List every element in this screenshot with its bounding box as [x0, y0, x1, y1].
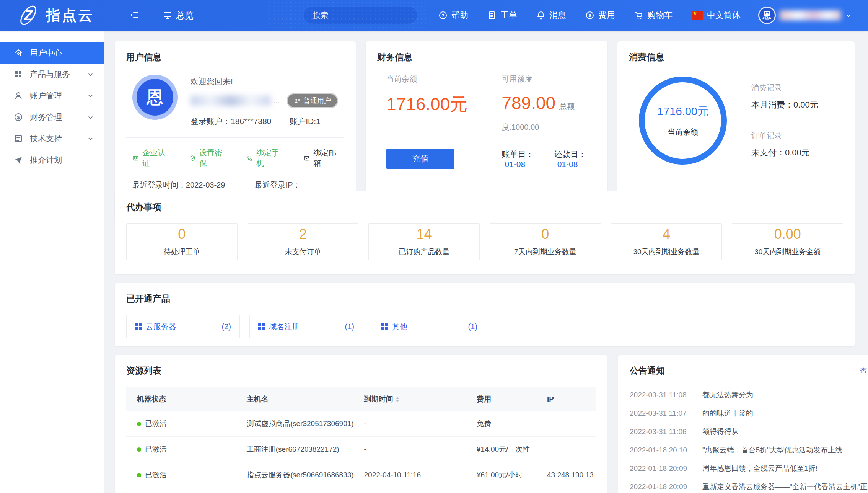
sidebar-item-products-services[interactable]: 产品与服务: [0, 64, 104, 85]
account-id: 账户ID:1: [290, 116, 321, 127]
user-badge-icon: [294, 98, 300, 104]
sidebar-item-label: 技术支持: [30, 133, 62, 144]
menu-work-order-label: 工单: [500, 10, 517, 21]
announcements-title: 公告通知: [630, 365, 665, 377]
menu-fees[interactable]: $ 费用: [585, 10, 615, 21]
recharge-button[interactable]: 充值: [386, 149, 454, 169]
user-type-badge: 普通用户: [287, 93, 338, 108]
product-cloud-server[interactable]: 云服务器(2): [126, 315, 240, 338]
avatar: 恩: [758, 7, 776, 24]
announcement-item[interactable]: 2022-03-31 11:06额得得得从: [630, 423, 868, 441]
todo-ordered-products[interactable]: 14已订购产品数量: [368, 223, 480, 260]
search-input[interactable]: [313, 11, 414, 20]
chevron-down-icon: [845, 11, 853, 20]
badge-security-question[interactable]: 设置密保: [189, 148, 224, 168]
sidebar-item-user-center[interactable]: 用户中心: [0, 42, 104, 64]
column-machine-status: 机器状态: [126, 387, 244, 411]
menu-help[interactable]: ? 帮助: [438, 10, 468, 21]
top-menu: ? 帮助 工单 消息 $ 费用 购物车 中文简体: [438, 10, 741, 21]
search-box[interactable]: [304, 7, 417, 24]
column-expire-time[interactable]: 到期时间: [361, 387, 474, 411]
menu-work-order[interactable]: 工单: [487, 10, 517, 21]
chevron-down-icon: [86, 70, 94, 78]
todo-unpaid-orders[interactable]: 2未支付订单: [248, 223, 359, 260]
todo-expire-30days-amount[interactable]: 0.0030天内到期业务金额: [732, 223, 843, 260]
grid-icon: [135, 323, 142, 330]
dollar-icon: $: [585, 11, 594, 20]
table-row[interactable]: 已激活 指点云服务器(ser202179820381) 2023-03-24 1…: [126, 488, 596, 493]
product-other[interactable]: 其他(1): [373, 315, 486, 338]
announcement-item[interactable]: 2022-01-18 20:09重新定义香港云服务器——"全新一代香港云主机"正…: [630, 478, 868, 493]
view-more-link[interactable]: 查看更多: [860, 366, 868, 376]
grid-icon: [381, 323, 388, 330]
sidebar-item-account-management[interactable]: 账户管理: [0, 85, 104, 106]
chevron-down-icon: [86, 135, 94, 143]
logo-text: 指点云: [46, 6, 94, 25]
badge-enterprise-verify[interactable]: 企业认证: [132, 148, 167, 168]
menu-messages-label: 消息: [549, 10, 566, 21]
login-account: 登录账户：186***7380: [191, 116, 271, 127]
menu-language[interactable]: 中文简体: [692, 10, 741, 21]
menu-fees-label: 费用: [598, 10, 615, 21]
user-account[interactable]: 恩: [758, 7, 853, 24]
order-records-label: 订单记录: [751, 131, 818, 141]
shield-check-icon: [189, 154, 196, 162]
sort-icon[interactable]: [396, 397, 399, 402]
todo-expire-7days[interactable]: 07天内到期业务数量: [490, 223, 601, 260]
badge-bind-email[interactable]: 绑定邮箱: [303, 148, 338, 168]
sidebar-item-finance-management[interactable]: $ 财务管理: [0, 106, 104, 128]
menu-cart-label: 购物车: [647, 10, 673, 21]
status-dot: [137, 473, 141, 477]
announcement-item[interactable]: 2022-03-31 11:07的的味道非常的: [630, 404, 868, 423]
document-icon: [14, 134, 23, 143]
announcement-item[interactable]: 2022-03-31 11:08都无法热舞分为: [630, 386, 868, 404]
user-card-title: 用户信息: [126, 51, 344, 63]
current-balance: 当前余额 1716.00元: [386, 74, 502, 134]
menu-help-label: 帮助: [451, 10, 468, 21]
chevron-down-icon: [86, 92, 94, 100]
svg-text:Z: Z: [24, 8, 33, 23]
repay-day: 还款日：01-08: [554, 149, 596, 169]
badge-bind-phone[interactable]: 绑定手机: [246, 148, 281, 168]
table-row[interactable]: 已激活 工商注册(ser667203822172) - ¥14.00元/一次性: [126, 437, 596, 462]
ring-balance-value: 1716.00元: [657, 104, 708, 119]
grid-icon: [14, 70, 23, 79]
username-blurred: [780, 10, 841, 20]
todo-pending-tickets[interactable]: 0待处理工单: [126, 223, 238, 260]
bell-icon: [536, 11, 546, 20]
sidebar-item-label: 推介计划: [30, 155, 62, 165]
avatar: 恩: [132, 75, 178, 120]
app-logo[interactable]: Z 指点云: [16, 4, 94, 26]
paper-plane-icon: [14, 155, 23, 165]
table-row[interactable]: 已激活 测试虚拟商品(ser320517306901) - 免费: [126, 411, 596, 437]
month-consume: 本月消费：0.00元: [751, 99, 818, 111]
menu-messages[interactable]: 消息: [536, 10, 566, 21]
chevron-down-icon: [86, 113, 94, 121]
work-order-icon: [487, 11, 497, 20]
credit-value: 789.00: [502, 93, 555, 113]
menu-cart[interactable]: 购物车: [634, 10, 673, 21]
balance-ring: 1716.00元 当前余额: [639, 77, 727, 165]
sidebar-collapse-icon[interactable]: [128, 9, 141, 22]
announcement-item[interactable]: 2022-01-18 20:09周年感恩回馈，全线云产品低至1折!: [630, 459, 868, 478]
nav-overview[interactable]: 总览: [163, 10, 194, 21]
username-ellipsis: ...: [273, 96, 280, 105]
divider: [126, 137, 344, 138]
user-icon: [14, 91, 23, 100]
nav-overview-label: 总览: [176, 10, 194, 21]
todo-expire-30days[interactable]: 430天内到期业务数量: [611, 223, 722, 260]
balance-value: 1716.00元: [386, 93, 502, 116]
column-fee: 费用: [474, 387, 544, 411]
status-dot: [137, 422, 141, 426]
svg-text:?: ?: [441, 13, 444, 18]
column-ip: IP: [544, 387, 596, 411]
cart-icon: [634, 11, 643, 20]
sidebar-item-referral-plan[interactable]: 推介计划: [0, 149, 104, 171]
announcement-item[interactable]: 2022-01-18 20:10"惠聚云端，首台5折"大型优惠活动发布上线: [630, 441, 868, 459]
grid-icon: [258, 323, 265, 330]
sidebar-item-tech-support[interactable]: 技术支持: [0, 128, 104, 149]
table-row[interactable]: 已激活 指点云服务器(ser506691686833) 2022-04-10 1…: [126, 462, 596, 488]
todo-card: 代办事项 0待处理工单 2未支付订单 14已订购产品数量 07天内到期业务数量 …: [115, 191, 855, 274]
consume-card-title: 消费信息: [629, 51, 843, 63]
product-domain-registration[interactable]: 域名注册(1): [249, 315, 363, 338]
